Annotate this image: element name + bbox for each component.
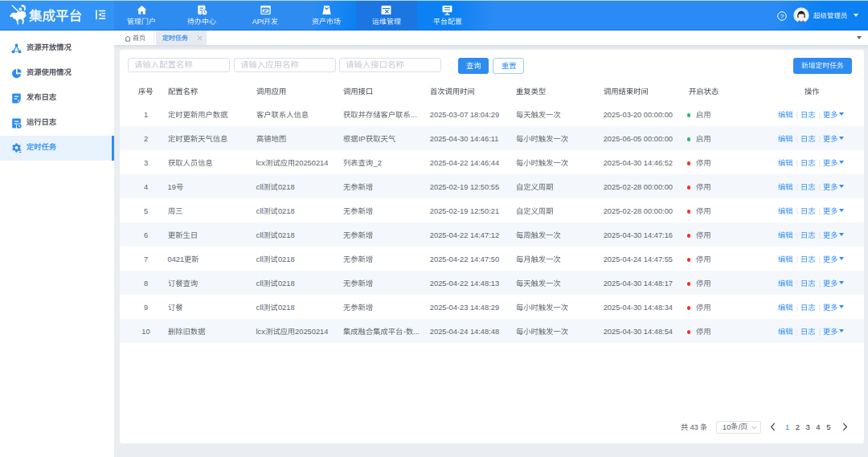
svg-text:?: ? [780, 13, 784, 20]
svg-text:API: API [263, 10, 268, 13]
